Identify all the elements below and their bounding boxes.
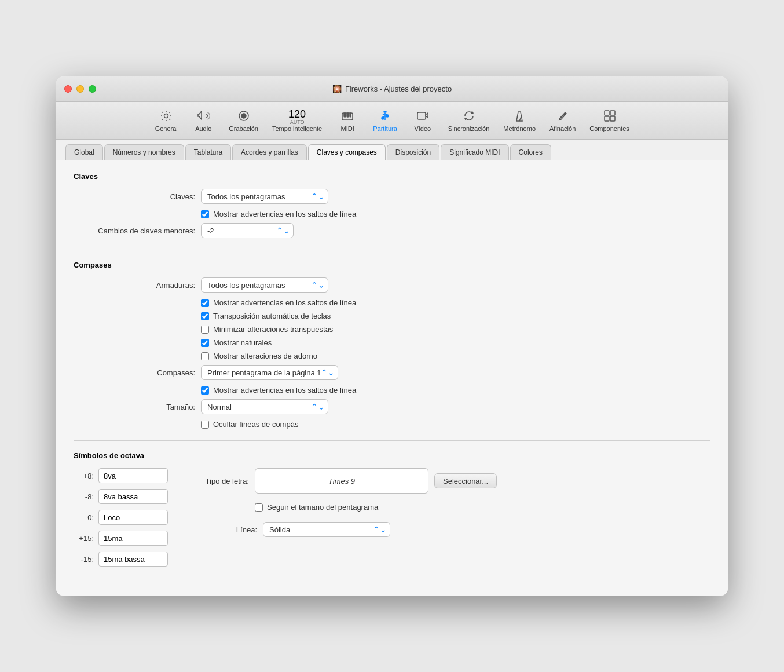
cb5-row: Mostrar alteraciones de adorno (201, 352, 710, 360)
tab-global[interactable]: Global (65, 144, 103, 160)
cb4-label: Mostrar naturales (213, 338, 272, 347)
toolbar-general[interactable]: General (149, 107, 184, 134)
content-area: Claves Claves: Todos los pentagramas Sol… (56, 160, 728, 596)
svg-rect-9 (417, 112, 426, 119)
cb2-row: Transposición automática de teclas (201, 312, 710, 320)
cambios-select[interactable]: -2 -1 0 1 2 (201, 223, 294, 238)
tab-tablatura[interactable]: Tablatura (185, 144, 231, 160)
metronome-icon (513, 109, 526, 124)
font-preview-text: Times 9 (328, 477, 355, 485)
divider-2 (74, 440, 710, 441)
divider-1 (74, 250, 710, 250)
svg-rect-6 (350, 113, 351, 117)
font-section: Tipo de letra: Times 9 Seleccionar... Se… (197, 468, 710, 537)
compases-select-wrapper: Primer pentagrama de la página 1 Todos l… (201, 365, 338, 380)
symbol-row-0: 0: (74, 510, 168, 525)
gear-icon (160, 109, 173, 124)
titlebar: 🎇 Fireworks - Ajustes del proyecto (56, 76, 728, 102)
cb2-checkbox[interactable] (201, 312, 209, 320)
toolbar-grabacion[interactable]: Grabación (223, 107, 264, 134)
symbol-input-minus15[interactable] (98, 552, 168, 567)
toolbar-video-label: Vídeo (414, 125, 431, 132)
symbol-input-0[interactable] (98, 510, 168, 525)
tab-acordes[interactable]: Acordes y parrillas (232, 144, 307, 160)
cb3-checkbox[interactable] (201, 326, 209, 334)
symbols-grid: +8: -8: 0: +15: (74, 468, 710, 572)
section-simbolos-title: Símbolos de octava (74, 451, 710, 460)
cb3-row: Minimizar alteraciones transpuestas (201, 325, 710, 334)
symbol-input-plus15[interactable] (98, 531, 168, 546)
cambios-select-wrapper: -2 -1 0 1 2 ⌃⌄ (201, 223, 294, 238)
svg-rect-15 (610, 116, 615, 121)
cb7-row: Ocultar líneas de compás (201, 420, 710, 429)
symbol-row-minus15: -15: (74, 552, 168, 567)
svg-rect-14 (605, 116, 609, 121)
tipo-label: Tipo de letra: (197, 477, 249, 485)
show-warnings-claves-label: Mostrar advertencias en los saltos de lí… (213, 210, 356, 218)
toolbar-metronomo[interactable]: Metrónomo (497, 107, 541, 134)
tab-colores[interactable]: Colores (510, 144, 551, 160)
cb2-label: Transposición automática de teclas (213, 312, 331, 320)
cb5-label: Mostrar alteraciones de adorno (213, 352, 317, 360)
toolbar-audio[interactable]: Audio (186, 107, 221, 134)
tab-numeros[interactable]: Números y nombres (104, 144, 184, 160)
sync-icon (463, 109, 475, 124)
linea-row: Línea: Sólida Discontinua Punteada ⌃⌄ (228, 522, 710, 537)
cb1-checkbox[interactable] (201, 299, 209, 307)
toolbar-afinacion[interactable]: Afinación (544, 107, 581, 134)
linea-select[interactable]: Sólida Discontinua Punteada (263, 522, 390, 537)
tab-midi-sig[interactable]: Significado MIDI (441, 144, 508, 160)
select-font-button[interactable]: Seleccionar... (434, 473, 497, 488)
section-compases: Compases Armaduras: Todos los pentagrama… (74, 261, 710, 429)
compases-select[interactable]: Primer pentagrama de la página 1 Todos l… (201, 365, 338, 380)
tamano-select[interactable]: Normal Pequeño Grande (201, 399, 328, 414)
symbol-input-plus8[interactable] (98, 468, 168, 483)
cb5-checkbox[interactable] (201, 352, 209, 360)
symbols-inputs: +8: -8: 0: +15: (74, 468, 168, 572)
cb6-checkbox[interactable] (201, 386, 209, 395)
cb7-label: Ocultar líneas de compás (213, 420, 298, 429)
claves-select[interactable]: Todos los pentagramas Solo primer pentag… (201, 189, 328, 204)
tamano-label: Tamaño: (74, 403, 195, 411)
svg-rect-5 (347, 113, 349, 117)
svg-point-8 (386, 115, 389, 117)
font-row: Tipo de letra: Times 9 Seleccionar... (197, 468, 710, 494)
toolbar-afinacion-label: Afinación (549, 125, 576, 132)
section-claves: Claves Claves: Todos los pentagramas Sol… (74, 172, 710, 238)
window-title: 🎇 Fireworks - Ajustes del proyecto (332, 85, 452, 93)
maximize-button[interactable] (89, 85, 96, 93)
midi-icon (341, 109, 354, 124)
toolbar-componentes-label: Componentes (589, 125, 629, 132)
claves-select-wrapper: Todos los pentagramas Solo primer pentag… (201, 189, 328, 204)
section-simbolos: Símbolos de octava +8: -8: 0: (74, 451, 710, 572)
toolbar-partitura[interactable]: Partitura (367, 107, 403, 134)
cb7-checkbox[interactable] (201, 421, 209, 429)
symbol-row-plus15: +15: (74, 531, 168, 546)
symbols-right-panel: Tipo de letra: Times 9 Seleccionar... Se… (197, 468, 710, 572)
svg-rect-12 (605, 111, 609, 115)
close-button[interactable] (64, 85, 72, 93)
tab-claves[interactable]: Claves y compases (308, 144, 386, 160)
symbol-label-minus8: -8: (74, 492, 94, 501)
symbol-input-minus8[interactable] (98, 489, 168, 504)
compases-field-label: Compases: (74, 368, 195, 377)
components-icon (603, 109, 616, 124)
tamano-row: Tamaño: Normal Pequeño Grande ⌃⌄ (74, 399, 710, 414)
toolbar: General Audio Grabación (56, 102, 728, 140)
toolbar-sincronizacion[interactable]: Sincronización (442, 107, 496, 134)
show-warnings-claves-row: Mostrar advertencias en los saltos de lí… (201, 210, 710, 218)
title-icon: 🎇 (332, 85, 342, 93)
follow-checkbox[interactable] (255, 503, 263, 512)
cb4-checkbox[interactable] (201, 339, 209, 347)
tab-disposicion[interactable]: Disposición (387, 144, 439, 160)
toolbar-video[interactable]: Vídeo (405, 107, 440, 134)
toolbar-tempo[interactable]: 120 AUTO Tempo inteligente (266, 107, 328, 134)
app-window: 🎇 Fireworks - Ajustes del proyecto Gener… (56, 76, 728, 596)
toolbar-tempo-label: Tempo inteligente (272, 125, 322, 132)
cambios-label: Cambios de claves menores: (74, 227, 195, 235)
armaduras-select[interactable]: Todos los pentagramas Solo primer pentag… (201, 277, 328, 293)
show-warnings-claves-checkbox[interactable] (201, 210, 209, 218)
toolbar-midi[interactable]: MIDI (330, 107, 365, 134)
minimize-button[interactable] (76, 85, 84, 93)
toolbar-componentes[interactable]: Componentes (584, 107, 635, 134)
